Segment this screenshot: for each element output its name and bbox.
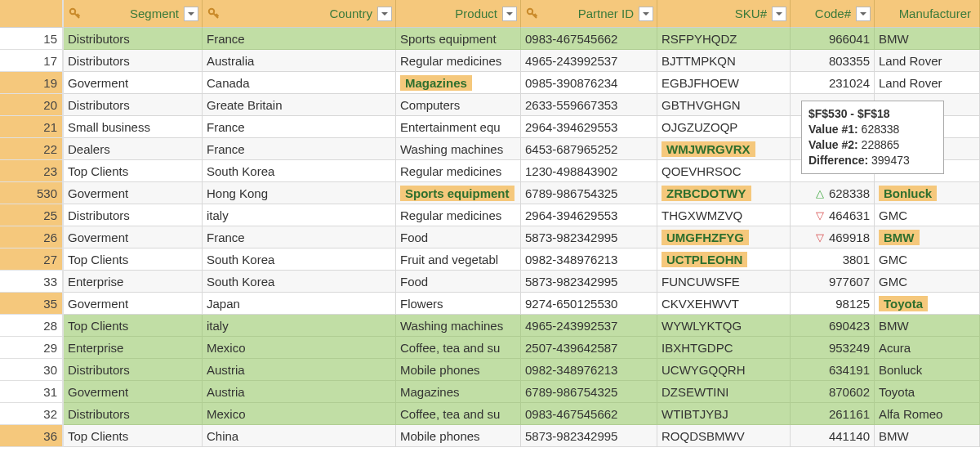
- cell-partner-id[interactable]: 9274-650125530: [521, 293, 657, 315]
- cell-product[interactable]: Coffee, tea and su: [396, 337, 521, 359]
- filter-button[interactable]: [184, 7, 198, 21]
- cell-partner-id[interactable]: 2633-559667353: [521, 94, 657, 116]
- cell-segment[interactable]: Goverment: [64, 182, 203, 204]
- row-number[interactable]: 30: [0, 359, 64, 381]
- row-number[interactable]: 17: [0, 50, 64, 72]
- cell-partner-id[interactable]: 0985-390876234: [521, 72, 657, 94]
- row-number[interactable]: 36: [0, 425, 64, 447]
- filter-button[interactable]: [856, 7, 871, 21]
- cell-segment[interactable]: Goverment: [64, 226, 203, 248]
- cell-product[interactable]: Computers: [396, 94, 521, 116]
- cell-segment[interactable]: Top Clients: [64, 315, 203, 337]
- cell-segment[interactable]: Distributors: [64, 359, 203, 381]
- col-header-product[interactable]: Product: [396, 0, 521, 28]
- cell-sku[interactable]: WMJWRGVRX: [657, 138, 791, 160]
- cell-code[interactable]: ▽464631: [791, 204, 875, 226]
- table-row[interactable]: 32DistributorsMexicoCoffee, tea and su09…: [0, 403, 980, 425]
- cell-product[interactable]: Washing machines: [396, 315, 521, 337]
- cell-code[interactable]: 953249: [791, 337, 875, 359]
- table-row[interactable]: 36Top ClientsChinaMobile phones5873-9823…: [0, 425, 980, 447]
- cell-product[interactable]: Mobile phones: [396, 425, 521, 447]
- cell-segment[interactable]: Goverment: [64, 381, 203, 403]
- cell-product[interactable]: Sports equipment: [396, 28, 521, 50]
- cell-product[interactable]: Washing machines: [396, 138, 521, 160]
- cell-manufacturer[interactable]: GMC: [875, 248, 980, 271]
- cell-sku[interactable]: RSFPYHQDZ: [657, 28, 791, 50]
- row-number[interactable]: 26: [0, 226, 64, 248]
- cell-country[interactable]: South Korea: [203, 271, 396, 293]
- col-header-partner-id[interactable]: Partner ID: [521, 0, 657, 28]
- table-row[interactable]: 27Top ClientsSouth KoreaFruit and vegeta…: [0, 248, 980, 271]
- cell-manufacturer[interactable]: GMC: [875, 204, 980, 226]
- cell-code[interactable]: 977607: [791, 271, 875, 293]
- cell-partner-id[interactable]: 1230-498843902: [521, 160, 657, 182]
- cell-country[interactable]: Canada: [203, 72, 396, 94]
- col-header-country[interactable]: Country: [203, 0, 396, 28]
- cell-product[interactable]: Food: [396, 226, 521, 248]
- cell-manufacturer[interactable]: BMW: [875, 28, 980, 50]
- cell-segment[interactable]: Enterprise: [64, 271, 203, 293]
- col-header-manufacturer[interactable]: Manufacturer: [875, 0, 980, 28]
- row-number[interactable]: 20: [0, 94, 64, 116]
- cell-sku[interactable]: FUNCUWSFE: [657, 271, 791, 293]
- col-header-sku[interactable]: SKU#: [657, 0, 791, 28]
- row-number[interactable]: 35: [0, 293, 64, 315]
- cell-code[interactable]: 966041: [791, 28, 875, 50]
- table-row[interactable]: 17DistributorsAustraliaRegular medicines…: [0, 50, 980, 72]
- cell-manufacturer[interactable]: BMW: [875, 315, 980, 337]
- cell-sku[interactable]: CKVXEHWVT: [657, 293, 791, 315]
- cell-country[interactable]: Greate Britain: [203, 94, 396, 116]
- cell-product[interactable]: Mobile phones: [396, 359, 521, 381]
- cell-sku[interactable]: ROQDSBMWV: [657, 425, 791, 447]
- cell-segment[interactable]: Top Clients: [64, 248, 203, 271]
- cell-code[interactable]: △628338: [791, 182, 875, 204]
- cell-product[interactable]: Regular medicines: [396, 50, 521, 72]
- cell-manufacturer[interactable]: Bonluck: [875, 359, 980, 381]
- row-number[interactable]: 21: [0, 116, 64, 138]
- filter-button[interactable]: [502, 7, 517, 21]
- row-number[interactable]: 32: [0, 403, 64, 425]
- cell-country[interactable]: Mexico: [203, 337, 396, 359]
- table-row[interactable]: 25DistributorsitalyRegular medicines2964…: [0, 204, 980, 226]
- cell-sku[interactable]: ZRBCDOTWY: [657, 182, 791, 204]
- cell-partner-id[interactable]: 0982-348976213: [521, 248, 657, 271]
- cell-country[interactable]: italy: [203, 315, 396, 337]
- table-row[interactable]: 29EnterpriseMexicoCoffee, tea and su2507…: [0, 337, 980, 359]
- cell-sku[interactable]: WTIBTJYBJ: [657, 403, 791, 425]
- cell-country[interactable]: italy: [203, 204, 396, 226]
- cell-segment[interactable]: Goverment: [64, 72, 203, 94]
- cell-product[interactable]: Regular medicines: [396, 204, 521, 226]
- cell-partner-id[interactable]: 2964-394629553: [521, 204, 657, 226]
- row-number[interactable]: 22: [0, 138, 64, 160]
- cell-product[interactable]: Entertainment equ: [396, 116, 521, 138]
- cell-segment[interactable]: Distributors: [64, 50, 203, 72]
- table-row[interactable]: 26GovermentFranceFood5873-982342995UMGFH…: [0, 226, 980, 248]
- cell-manufacturer[interactable]: Bonluck: [875, 182, 980, 204]
- cell-segment[interactable]: Top Clients: [64, 160, 203, 182]
- cell-product[interactable]: Regular medicines: [396, 160, 521, 182]
- cell-segment[interactable]: Distributors: [64, 28, 203, 50]
- cell-segment[interactable]: Small business: [64, 116, 203, 138]
- cell-segment[interactable]: Dealers: [64, 138, 203, 160]
- cell-partner-id[interactable]: 0983-467545662: [521, 403, 657, 425]
- cell-country[interactable]: Austria: [203, 359, 396, 381]
- cell-partner-id[interactable]: 4965-243992537: [521, 315, 657, 337]
- cell-segment[interactable]: Distributors: [64, 94, 203, 116]
- table-row[interactable]: 28Top ClientsitalyWashing machines4965-2…: [0, 315, 980, 337]
- cell-country[interactable]: South Korea: [203, 248, 396, 271]
- cell-manufacturer[interactable]: Land Rover: [875, 50, 980, 72]
- cell-country[interactable]: Japan: [203, 293, 396, 315]
- cell-partner-id[interactable]: 2507-439642587: [521, 337, 657, 359]
- col-header-segment[interactable]: Segment: [64, 0, 203, 28]
- cell-country[interactable]: France: [203, 28, 396, 50]
- cell-country[interactable]: France: [203, 226, 396, 248]
- row-number[interactable]: 33: [0, 271, 64, 293]
- cell-sku[interactable]: WYWLYKTQG: [657, 315, 791, 337]
- cell-sku[interactable]: UCWYGQQRH: [657, 359, 791, 381]
- cell-manufacturer[interactable]: Land Rover: [875, 72, 980, 94]
- row-number[interactable]: 31: [0, 381, 64, 403]
- cell-product[interactable]: Magazines: [396, 72, 521, 94]
- row-number[interactable]: 29: [0, 337, 64, 359]
- cell-product[interactable]: Food: [396, 271, 521, 293]
- cell-manufacturer[interactable]: BMW: [875, 226, 980, 248]
